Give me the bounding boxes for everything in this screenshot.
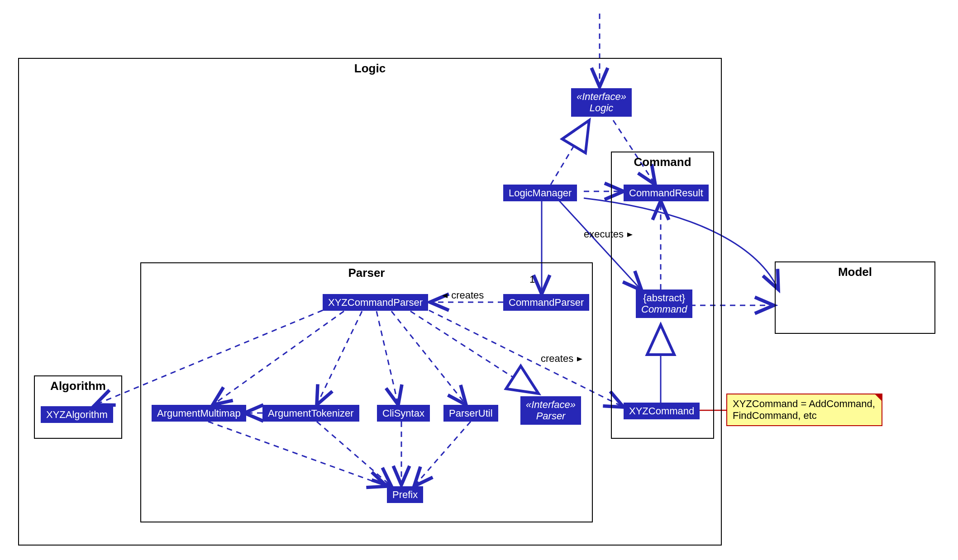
command-result-name: CommandResult [629,187,703,199]
package-algorithm-title: Algorithm [50,379,106,393]
logic-interface-name: Logic [577,102,626,114]
parser-interface-stereotype: «Interface» [526,399,576,410]
note-line2: FindCommand, etc [733,410,817,421]
xyz-command-name: XYZCommand [629,405,694,417]
label-mult-one: 1 [529,274,535,285]
cli-syntax-name: CliSyntax [382,408,424,419]
package-logic-title: Logic [354,62,386,76]
class-logic-interface: «Interface» Logic [571,88,632,117]
parser-interface-name: Parser [526,410,576,422]
xyz-algorithm-name: XYZAlgorithm [46,409,108,420]
package-model-title: Model [838,265,872,279]
class-command-result: CommandResult [624,185,709,201]
label-executes: executes [584,228,634,241]
label-creates-2: creates [541,353,583,365]
note-line1: XYZCommand = AddCommand, [733,398,875,409]
label-executes-text: executes [584,228,624,240]
package-command-title: Command [634,155,691,169]
label-creates-1: creates [441,289,484,302]
note-fold-icon [874,394,882,402]
class-logic-manager: LogicManager [503,185,577,201]
class-prefix: Prefix [387,486,423,503]
class-cli-syntax: CliSyntax [377,405,430,422]
xyz-command-parser-name: XYZCommandParser [328,297,423,308]
class-command-parser: CommandParser [503,294,589,311]
direction-triangle-icon [626,229,634,241]
argument-multimap-name: ArgumentMultimap [157,408,241,419]
class-abstract-command: {abstract} Command [636,289,692,318]
class-parser-util: ParserUtil [443,405,498,422]
class-xyz-algorithm: XYZAlgorithm [41,406,113,423]
class-xyz-command: XYZCommand [624,403,700,419]
abstract-command-stereotype: {abstract} [641,292,687,304]
label-creates-2-text: creates [541,353,573,364]
prefix-name: Prefix [392,489,418,500]
class-xyz-command-parser: XYZCommandParser [323,294,428,311]
argument-tokenizer-name: ArgumentTokenizer [268,408,354,419]
label-creates-1-text: creates [451,289,484,301]
class-argument-tokenizer: ArgumentTokenizer [262,405,359,422]
class-argument-multimap: ArgumentMultimap [152,405,246,422]
direction-triangle-icon [576,353,583,365]
note-xyzcommand: XYZCommand = AddCommand, FindCommand, et… [726,394,882,426]
logic-interface-stereotype: «Interface» [577,91,626,102]
command-parser-name: CommandParser [509,297,584,308]
direction-triangle-icon [441,290,448,302]
abstract-command-name: Command [641,304,687,315]
parser-util-name: ParserUtil [449,408,493,419]
package-model: Model [775,261,935,334]
package-parser-title: Parser [348,266,385,280]
logic-manager-name: LogicManager [509,187,572,199]
class-parser-interface: «Interface» Parser [520,396,581,425]
